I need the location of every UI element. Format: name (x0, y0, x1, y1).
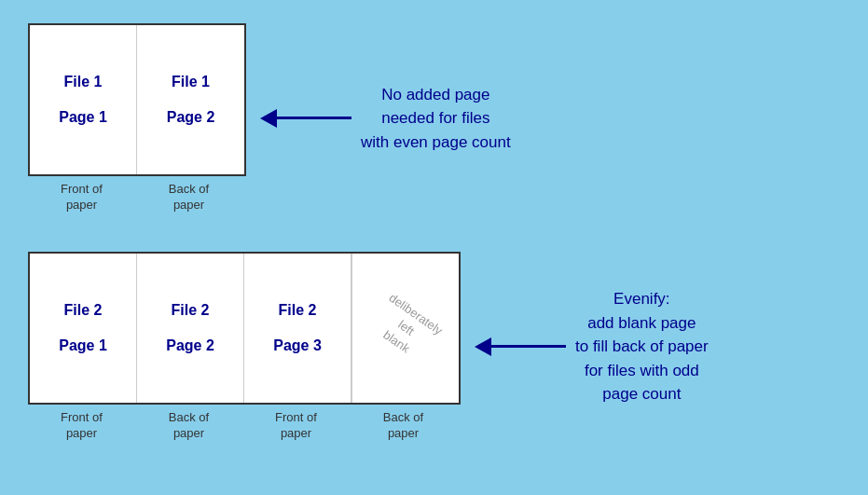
diagram-container: File 1 Page 1 File 1 Page 2 Front of pap… (0, 0, 868, 495)
top-page-1: File 1 Page 1 (30, 25, 137, 174)
bottom-label-1: Front of paper (28, 410, 135, 442)
top-label-front: Front of paper (28, 182, 135, 213)
bottom-label-4: Back of paper (350, 410, 457, 442)
bottom-section: File 2 Page 1 File 2 Page 2 File 2 Page … (28, 252, 709, 442)
top-pages-wrapper: File 1 Page 1 File 1 Page 2 Front of pap… (28, 23, 246, 213)
top-page-1-label: Page 1 (59, 109, 107, 126)
top-note-text: No added pageneeded for fileswith even p… (361, 83, 511, 155)
bottom-page-3: File 2 Page 3 (244, 254, 351, 403)
bottom-file-1-label: File 2 (64, 302, 103, 319)
bottom-pages-box: File 2 Page 1 File 2 Page 2 File 2 Page … (28, 252, 461, 405)
bottom-page-2-label: Page 2 (166, 337, 214, 354)
bottom-page-1: File 2 Page 1 (30, 254, 137, 403)
top-file-2-label: File 1 (172, 74, 210, 90)
bottom-label-2: Back of paper (135, 410, 242, 442)
top-note-area: No added pageneeded for fileswith even p… (260, 83, 511, 155)
bottom-page-labels: Front of paper Back of paper Front of pa… (28, 410, 461, 442)
bottom-page-3-label: Page 3 (273, 337, 322, 354)
bottom-page-2: File 2 Page 2 (137, 254, 244, 403)
bottom-file-2-label: File 2 (172, 302, 210, 319)
top-page-labels: Front of paper Back of paper (28, 182, 246, 213)
bottom-note-area: Evenify:add blank pageto fill back of pa… (475, 287, 709, 406)
bottom-note-text: Evenify:add blank pageto fill back of pa… (575, 287, 709, 406)
top-arrow (260, 109, 351, 128)
bottom-pages-wrapper: File 2 Page 1 File 2 Page 2 File 2 Page … (28, 252, 461, 442)
top-section: File 1 Page 1 File 1 Page 2 Front of pap… (28, 23, 511, 213)
blank-page-text: deliberatelyleftblank (365, 290, 446, 367)
bottom-row: File 2 Page 1 File 2 Page 2 File 2 Page … (28, 252, 709, 442)
bottom-arrow-line (491, 345, 566, 348)
bottom-file-3-label: File 2 (279, 302, 317, 319)
top-label-back: Back of paper (135, 182, 242, 213)
bottom-blank-page: deliberatelyleftblank (351, 254, 459, 403)
bottom-arrow-head (475, 337, 491, 356)
top-row: File 1 Page 1 File 1 Page 2 Front of pap… (28, 23, 511, 213)
top-pages-box: File 1 Page 1 File 1 Page 2 (28, 23, 246, 176)
bottom-arrow (475, 337, 566, 356)
top-file-1-label: File 1 (64, 74, 103, 90)
bottom-label-3: Front of paper (242, 410, 350, 442)
top-page-2: File 1 Page 2 (137, 25, 244, 174)
top-arrow-line (277, 117, 351, 119)
bottom-page-1-label: Page 1 (59, 337, 107, 354)
top-page-2-label: Page 2 (167, 109, 215, 126)
top-arrow-head (260, 109, 277, 128)
